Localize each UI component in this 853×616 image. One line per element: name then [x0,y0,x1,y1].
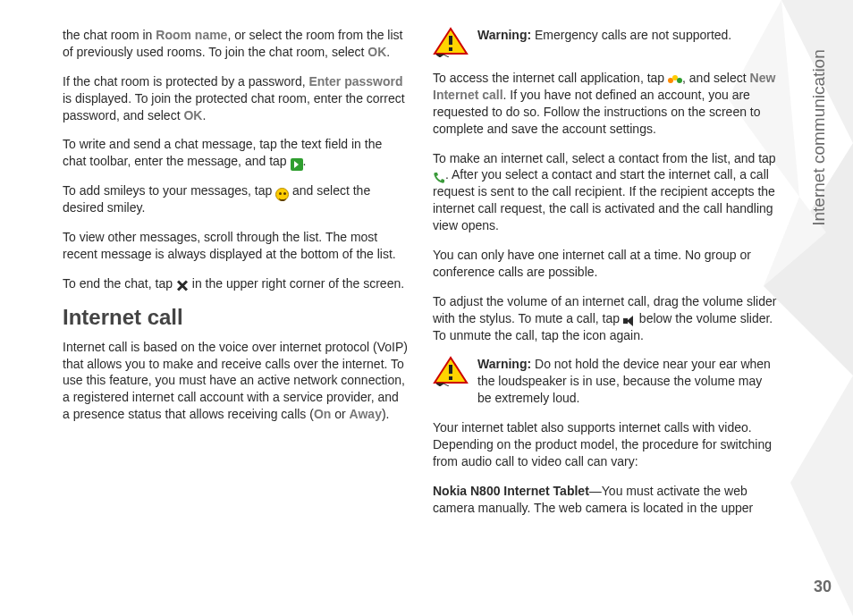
ui-label-ok: OK [367,45,386,59]
internet-call-heading: Internet call [63,305,408,330]
chat-smiley-text: To add smileys to your messages, tap and… [63,182,408,216]
chat-end-text: To end the chat, tap in the upper right … [63,275,408,292]
chat-send-text: To write and send a chat message, tap th… [63,136,408,170]
svg-rect-6 [449,36,452,45]
ui-label-ok: OK [183,108,202,122]
svg-rect-10 [449,376,452,380]
call-volume-text: To adjust the volume of an internet call… [433,293,778,344]
warning-icon [433,27,469,57]
close-icon [176,280,189,292]
chat-room-select-text: the chat room in Room name, or select th… [63,27,408,61]
call-access-text: To access the internet call application,… [433,70,778,138]
n800-text: Nokia N800 Internet Tablet—You must acti… [433,483,778,517]
ui-label-on: On [314,407,331,421]
warning-emergency: Warning: Emergency calls are not support… [433,27,778,57]
warning-label: Warning: [477,357,531,371]
video-call-text: Your internet tablet also supports inter… [433,419,778,470]
chat-password-text: If the chat room is protected by a passw… [63,73,408,124]
contacts-icon [668,75,682,86]
left-column: the chat room in Room name, or select th… [63,27,408,529]
device-name: Nokia N800 Internet Tablet [433,484,589,498]
warning-icon [433,356,469,386]
ui-label-room-name: Room name [156,28,227,42]
call-single-text: You can only have one internet call at a… [433,247,778,281]
smiley-icon [275,188,289,201]
chat-scroll-text: To view other messages, scroll through t… [63,229,408,263]
page-number: 30 [814,578,832,596]
ui-label-enter-password: Enter password [308,74,402,89]
phone-icon [433,172,445,184]
warning-label: Warning: [477,28,531,42]
right-column: Warning: Emergency calls are not support… [433,27,778,529]
mute-icon [623,316,636,326]
internet-call-intro: Internet call is based on the voice over… [63,339,408,423]
send-icon [291,158,303,171]
ui-label-away: Away [350,407,382,421]
warning-loudspeaker: Warning: Do not hold the device near you… [433,356,778,407]
page-content: the chat room in Room name, or select th… [63,27,778,529]
svg-rect-7 [449,47,452,51]
section-side-label: Internet communication [808,21,830,254]
call-make-text: To make an internet call, select a conta… [433,150,778,234]
svg-rect-9 [449,365,452,374]
